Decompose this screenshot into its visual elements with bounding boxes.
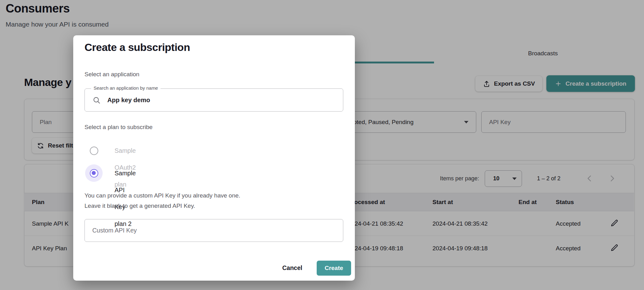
- custom-api-key-field[interactable]: [84, 219, 343, 242]
- plan-option-label: Sample OAuth2 plan: [115, 142, 136, 159]
- create-button[interactable]: Create: [317, 261, 351, 276]
- custom-api-key-input[interactable]: [92, 219, 336, 242]
- dialog-title: Create a subscription: [84, 41, 190, 53]
- help-line-2: Leave it blank to get a generated API Ke…: [84, 201, 240, 211]
- search-icon: [92, 96, 101, 105]
- application-search-field[interactable]: Search an application by name: [84, 88, 343, 112]
- select-plan-label: Select a plan to subscribe: [84, 124, 153, 131]
- radio-selected-icon[interactable]: [90, 169, 98, 178]
- cancel-button[interactable]: Cancel: [273, 260, 311, 275]
- radio-unselected-icon[interactable]: [90, 147, 98, 155]
- custom-key-help-text: You can provide a custom API Key if you …: [84, 190, 240, 211]
- application-search-input[interactable]: [107, 89, 333, 111]
- help-line-1: You can provide a custom API Key if you …: [84, 190, 240, 201]
- select-application-label: Select an application: [84, 71, 139, 78]
- plan-option-label: Sample API Key plan 2: [115, 165, 136, 182]
- create-subscription-dialog: Create a subscription Select an applicat…: [73, 35, 355, 281]
